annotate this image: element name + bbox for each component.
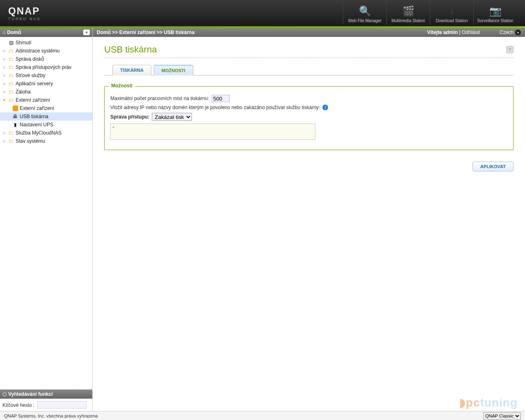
- nav-summary[interactable]: ▤ Shrnutí: [0, 39, 92, 47]
- nav-backup[interactable]: ▷🗀 Záloha: [0, 88, 92, 96]
- nav-label: Správa disků: [16, 56, 44, 62]
- tab-options[interactable]: MOŽNOSTI: [154, 65, 193, 75]
- access-control-label: Správa přístupu:: [110, 114, 149, 120]
- folder-icon: 🗀: [7, 81, 15, 87]
- nav-system-status[interactable]: ▷🗀 Stav systému: [0, 137, 92, 145]
- language-label: Czech: [500, 30, 514, 35]
- nav-label: Síťové služby: [16, 73, 46, 78]
- search-input[interactable]: [37, 401, 87, 409]
- device-icon: 🟧: [11, 105, 19, 111]
- logout-link[interactable]: Odhlásit: [462, 30, 480, 35]
- welcome-text: Vítejte admin: [427, 30, 458, 35]
- header-apps: 🔍 Web File Manager 🎬 Multimedia Station …: [343, 2, 517, 25]
- nav-label: Shrnutí: [16, 40, 32, 46]
- expand-icon: ▷: [3, 49, 7, 53]
- folder-icon: 🗀: [7, 64, 15, 70]
- camera-icon: 📷: [488, 5, 503, 17]
- max-jobs-label: Maximální počet pracovních míst na tiská…: [110, 96, 209, 101]
- nav-label: Nastavení UPS: [20, 122, 53, 128]
- tab-bar: TISKÁRNA MOŽNOSTI: [112, 65, 514, 75]
- page-content: USB tiskárna ? TISKÁRNA MOŽNOSTI Možnost…: [93, 37, 525, 411]
- max-jobs-input[interactable]: [212, 95, 230, 102]
- nav-external-devices[interactable]: ▾🗁 Externí zařízení: [0, 96, 92, 104]
- fieldset-legend: Možnosti: [109, 83, 135, 89]
- apply-button[interactable]: APLIKOVAT: [472, 162, 514, 171]
- nav-mycloudnas[interactable]: ▷🗀 Služba MyCloudNAS: [0, 129, 92, 137]
- nav-external-devices-child[interactable]: 🟧 Externí zařízení: [0, 104, 92, 112]
- clapper-icon: 🎬: [401, 5, 416, 17]
- access-control-select[interactable]: Zakázat tisk: [152, 113, 192, 121]
- nav-label: Záloha: [16, 89, 31, 95]
- brand-logo: QNAP TURBO NAS: [8, 5, 41, 21]
- nav-label: Služba MyCloudNAS: [16, 130, 62, 136]
- nav-access-rights[interactable]: ▷🗀 Správa přístupových práv: [0, 63, 92, 71]
- download-icon: ⬇: [445, 5, 459, 17]
- help-button[interactable]: ?: [506, 46, 514, 53]
- brand-name: QNAP: [8, 5, 41, 17]
- folder-icon: 🗀: [7, 138, 15, 144]
- chevron-down-icon: ▾: [515, 30, 521, 35]
- sidebar-home-label[interactable]: Domů: [7, 30, 21, 35]
- breadcrumb-page: USB tiskárna: [164, 30, 194, 35]
- expand-icon: ▷: [3, 90, 7, 94]
- copyright-text: QNAP Systems, Inc. všechna práva vyhraze…: [4, 413, 98, 418]
- collapse-sidebar-button[interactable]: «: [83, 30, 90, 35]
- folder-open-icon: 🗁: [7, 97, 15, 103]
- page-title: USB tiskárna: [104, 44, 157, 55]
- nav-label: Správa přístupových práv: [16, 64, 71, 70]
- nav-network-services[interactable]: ▷🗀 Síťové služby: [0, 71, 92, 80]
- printer-icon: 🖶: [11, 114, 19, 119]
- app-label: Multimedia Station: [388, 18, 428, 23]
- nav-label: Aplikační servery: [16, 81, 53, 87]
- nav-disk-mgmt[interactable]: ▷🗀 Správa disků: [0, 55, 92, 63]
- folder-icon: 🗀: [7, 48, 15, 54]
- breadcrumb-sep: >>: [111, 30, 119, 35]
- brand-sub: TURBO NAS: [8, 17, 41, 21]
- nav-usb-printer[interactable]: 🖶 USB tiskárna: [0, 112, 92, 121]
- footer: QNAP Systems, Inc. všechna práva vyhraze…: [0, 411, 525, 420]
- options-fieldset: Možnosti Maximální počet pracovních míst…: [104, 86, 514, 150]
- nav-ups-settings[interactable]: ▮ Nastavení UPS: [0, 121, 92, 129]
- search-section: ◌ Vyhledávání funkcí Klíčové heslo :: [0, 389, 92, 411]
- ip-help-text: Vložit adresy IP nebo názvy domén kterým…: [110, 105, 320, 110]
- app-label: Web File Manager: [345, 18, 385, 23]
- breadcrumb-section[interactable]: Externí zařízení: [119, 30, 155, 35]
- ip-list-textarea[interactable]: *: [110, 123, 315, 140]
- page-icon: ▤: [7, 40, 15, 46]
- nav-system-admin[interactable]: ▷🗀 Adinistrace systému: [0, 47, 92, 55]
- expand-icon: ▷: [3, 131, 7, 135]
- folder-icon: 🗀: [7, 89, 15, 95]
- nav-app-servers[interactable]: ▷🗀 Aplikační servery: [0, 80, 92, 88]
- breadcrumb-sep: >>: [155, 30, 164, 35]
- folder-icon: 🗀: [7, 56, 15, 62]
- expand-icon: ▷: [3, 139, 7, 143]
- app-multimedia-station[interactable]: 🎬 Multimedia Station: [386, 2, 430, 25]
- ups-icon: ▮: [11, 122, 19, 128]
- app-download-station[interactable]: ⬇ Download Station: [430, 2, 473, 25]
- search-icon: ◌: [2, 391, 7, 397]
- app-label: Download Station: [432, 18, 472, 23]
- tab-printer[interactable]: TISKÁRNA: [112, 65, 151, 75]
- info-icon[interactable]: i: [322, 105, 328, 110]
- app-surveillance-station[interactable]: 📷 Surveillance Station: [473, 2, 517, 25]
- collapse-icon: ▾: [3, 98, 7, 102]
- nav-label: USB tiskárna: [20, 114, 48, 119]
- sidebar-header: ⌂ Domů «: [0, 28, 92, 37]
- app-web-file-manager[interactable]: 🔍 Web File Manager: [343, 2, 386, 25]
- theme-select[interactable]: QNAP Classic: [483, 412, 521, 420]
- breadcrumb-home[interactable]: Domů: [97, 30, 111, 35]
- folder-icon: 🗀: [7, 73, 15, 78]
- expand-icon: ▷: [3, 73, 7, 78]
- expand-icon: ▷: [3, 57, 7, 61]
- search-header: ◌ Vyhledávání funkcí: [0, 390, 92, 399]
- expand-icon: ▷: [3, 65, 7, 69]
- nav-label: Externí zařízení: [20, 105, 54, 111]
- nav-label: Adinistrace systému: [16, 48, 59, 54]
- expand-icon: ▷: [3, 82, 7, 86]
- main-panel: Domů >> Externí zařízení >> USB tiskárna…: [93, 28, 525, 411]
- app-label: Surveillance Station: [475, 18, 515, 23]
- nav-label: Externí zařízení: [16, 97, 50, 103]
- language-selector[interactable]: Czech ▾: [500, 30, 521, 35]
- nav-tree: ▤ Shrnutí ▷🗀 Adinistrace systému ▷🗀 Sprá…: [0, 37, 92, 389]
- search-title: Vyhledávání funkcí: [8, 391, 52, 397]
